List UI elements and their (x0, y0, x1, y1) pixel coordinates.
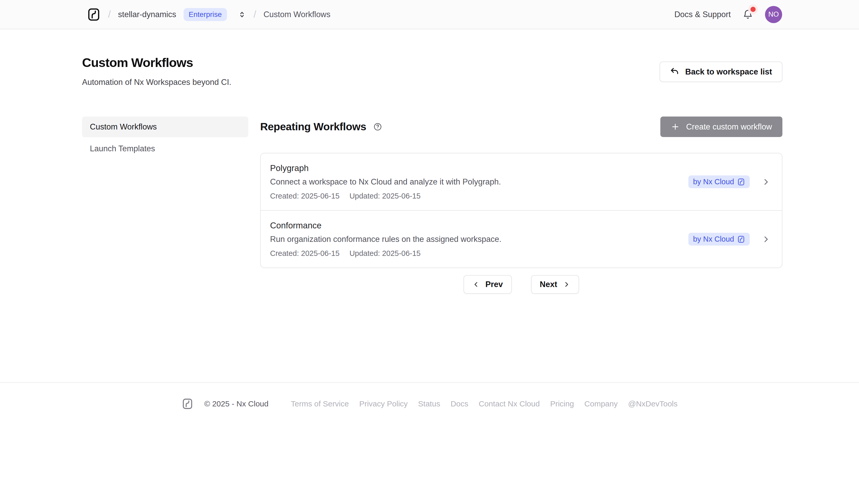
notification-dot (751, 7, 756, 12)
footer-link-nxdevtools[interactable]: @NxDevTools (628, 399, 678, 408)
prev-label: Prev (485, 280, 503, 289)
help-question-icon[interactable] (373, 122, 382, 131)
workflow-name: Polygraph (270, 163, 501, 173)
workflows-list-card: Polygraph Connect a workspace to Nx Clou… (260, 153, 782, 268)
section-heading: Repeating Workflows (260, 121, 366, 133)
sidebar-item-label: Custom Workflows (90, 122, 157, 132)
plus-icon (671, 122, 680, 131)
footer-link-company[interactable]: Company (584, 399, 618, 408)
undo-arrow-icon (670, 67, 680, 77)
nx-logo-icon (737, 235, 745, 243)
page-header-text: Custom Workflows Automation of Nx Worksp… (82, 55, 231, 87)
workflow-created: Created: 2025-06-15 (270, 249, 340, 258)
workflow-info: Polygraph Connect a workspace to Nx Clou… (270, 163, 501, 200)
badge-label: by Nx Cloud (693, 178, 734, 186)
page-title: Custom Workflows (82, 55, 231, 70)
nav-actions: Docs & Support NO (674, 6, 782, 23)
footer-link-contact[interactable]: Contact Nx Cloud (479, 399, 540, 408)
badge-label: by Nx Cloud (693, 235, 734, 243)
sidebar-item-label: Launch Templates (90, 144, 155, 153)
create-button-label: Create custom workflow (686, 122, 772, 132)
main-content: Custom Workflows Automation of Nx Worksp… (82, 29, 782, 294)
chevron-right-icon (563, 281, 570, 288)
workflows-section: Custom Workflows Launch Templates Repeat… (82, 117, 782, 294)
docs-support-link[interactable]: Docs & Support (674, 10, 731, 19)
page-footer: © 2025 - Nx Cloud Terms of Service Priva… (0, 382, 859, 410)
breadcrumb-separator: / (108, 9, 111, 20)
footer-link-pricing[interactable]: Pricing (550, 399, 574, 408)
workflow-row-conformance[interactable]: Conformance Run organization conformance… (261, 210, 782, 268)
by-nx-cloud-badge[interactable]: by Nx Cloud (689, 175, 750, 188)
breadcrumb: / stellar-dynamics Enterprise / Custom W… (87, 7, 331, 22)
workflow-meta: Created: 2025-06-15 Updated: 2025-06-15 (270, 192, 501, 200)
nx-logo-icon (181, 397, 194, 410)
notifications-button[interactable] (743, 9, 753, 20)
workflow-description: Run organization conformance rules on th… (270, 234, 501, 244)
workflow-info: Conformance Run organization conformance… (270, 220, 501, 258)
workflow-name: Conformance (270, 220, 501, 230)
back-to-workspace-list-button[interactable]: Back to workspace list (660, 61, 782, 82)
sidebar-item-custom-workflows[interactable]: Custom Workflows (82, 117, 248, 137)
panel-heading-row: Repeating Workflows Create custom workfl… (260, 117, 782, 137)
breadcrumb-workspace-name[interactable]: stellar-dynamics (118, 10, 176, 19)
workflow-row-actions: by Nx Cloud (689, 175, 770, 188)
chevron-right-icon (762, 178, 770, 186)
top-navigation: / stellar-dynamics Enterprise / Custom W… (0, 0, 859, 29)
footer-link-docs[interactable]: Docs (451, 399, 468, 408)
breadcrumb-current-page[interactable]: Custom Workflows (263, 10, 331, 19)
footer-link-terms[interactable]: Terms of Service (291, 399, 349, 408)
footer-links: Terms of Service Privacy Policy Status D… (291, 399, 678, 408)
chevron-left-icon (472, 281, 480, 288)
breadcrumb-separator: / (254, 9, 256, 20)
nx-logo-icon[interactable] (87, 7, 101, 22)
page-subtitle: Automation of Nx Workspaces beyond CI. (82, 78, 231, 87)
section-sidebar: Custom Workflows Launch Templates (82, 117, 248, 294)
by-nx-cloud-badge[interactable]: by Nx Cloud (689, 233, 750, 245)
prev-page-button[interactable]: Prev (464, 275, 512, 294)
footer-link-privacy[interactable]: Privacy Policy (359, 399, 408, 408)
pagination: Prev Next (260, 275, 782, 294)
workflow-updated: Updated: 2025-06-15 (349, 192, 421, 200)
nx-logo-icon (737, 178, 745, 186)
workflow-row-polygraph[interactable]: Polygraph Connect a workspace to Nx Clou… (261, 153, 782, 210)
sidebar-item-launch-templates[interactable]: Launch Templates (82, 138, 248, 159)
workflow-row-actions: by Nx Cloud (689, 233, 770, 245)
page-header: Custom Workflows Automation of Nx Worksp… (82, 29, 782, 87)
footer-content: © 2025 - Nx Cloud Terms of Service Priva… (0, 397, 859, 410)
next-page-button[interactable]: Next (531, 275, 579, 294)
workspace-switcher-unfold-icon[interactable] (238, 10, 246, 19)
user-avatar[interactable]: NO (765, 6, 782, 23)
workflow-updated: Updated: 2025-06-15 (349, 249, 421, 258)
footer-link-status[interactable]: Status (418, 399, 440, 408)
next-label: Next (540, 280, 557, 289)
workflow-created: Created: 2025-06-15 (270, 192, 340, 200)
enterprise-plan-badge: Enterprise (184, 8, 227, 21)
workflow-description: Connect a workspace to Nx Cloud and anal… (270, 177, 501, 187)
workflows-panel: Repeating Workflows Create custom workfl… (260, 117, 782, 294)
chevron-right-icon (762, 235, 770, 244)
back-button-label: Back to workspace list (685, 67, 772, 77)
copyright-text: © 2025 - Nx Cloud (205, 399, 269, 408)
create-custom-workflow-button[interactable]: Create custom workflow (660, 117, 782, 137)
workflow-meta: Created: 2025-06-15 Updated: 2025-06-15 (270, 249, 501, 258)
panel-heading: Repeating Workflows (260, 121, 382, 133)
